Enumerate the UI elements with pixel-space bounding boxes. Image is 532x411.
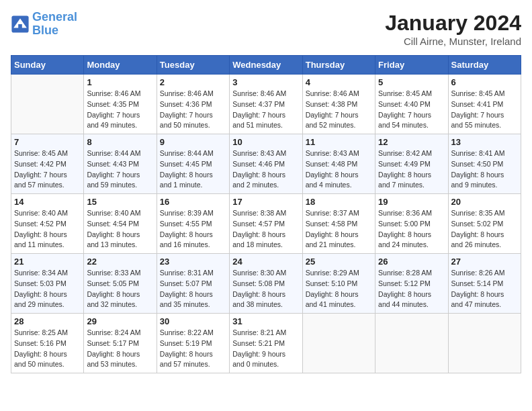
day-detail: Sunrise: 8:46 AM Sunset: 4:37 PM Dayligh…	[232, 89, 299, 131]
day-number: 6	[451, 77, 518, 87]
calendar-cell: 7Sunrise: 8:45 AM Sunset: 4:42 PM Daylig…	[11, 134, 84, 194]
calendar-cell: 30Sunrise: 8:22 AM Sunset: 5:19 PM Dayli…	[157, 314, 229, 373]
day-number: 11	[306, 137, 372, 147]
day-detail: Sunrise: 8:30 AM Sunset: 5:08 PM Dayligh…	[232, 268, 299, 310]
day-number: 30	[160, 316, 226, 326]
day-number: 21	[14, 257, 81, 267]
calendar-cell	[375, 314, 448, 373]
calendar-cell: 14Sunrise: 8:40 AM Sunset: 4:52 PM Dayli…	[11, 194, 84, 254]
calendar-cell: 2Sunrise: 8:46 AM Sunset: 4:36 PM Daylig…	[157, 75, 229, 134]
day-number: 22	[87, 257, 153, 267]
day-detail: Sunrise: 8:44 AM Sunset: 4:45 PM Dayligh…	[160, 148, 226, 191]
logo-icon	[11, 15, 30, 34]
logo-text: General Blue	[32, 11, 77, 38]
day-detail: Sunrise: 8:45 AM Sunset: 4:42 PM Dayligh…	[14, 148, 81, 191]
day-number: 16	[160, 197, 226, 207]
calendar-cell: 5Sunrise: 8:45 AM Sunset: 4:40 PM Daylig…	[375, 75, 448, 134]
calendar-cell: 8Sunrise: 8:44 AM Sunset: 4:43 PM Daylig…	[84, 134, 157, 194]
col-header-monday: Monday	[84, 56, 157, 75]
day-detail: Sunrise: 8:46 AM Sunset: 4:35 PM Dayligh…	[87, 89, 153, 131]
day-number: 2	[160, 77, 226, 87]
calendar-cell: 12Sunrise: 8:42 AM Sunset: 4:49 PM Dayli…	[375, 134, 448, 194]
day-number: 29	[87, 316, 153, 326]
calendar-week-1: 1Sunrise: 8:46 AM Sunset: 4:35 PM Daylig…	[11, 75, 521, 134]
day-detail: Sunrise: 8:25 AM Sunset: 5:16 PM Dayligh…	[14, 328, 81, 370]
day-detail: Sunrise: 8:38 AM Sunset: 4:57 PM Dayligh…	[232, 208, 299, 250]
day-number: 1	[87, 77, 153, 87]
day-detail: Sunrise: 8:29 AM Sunset: 5:10 PM Dayligh…	[306, 268, 372, 310]
calendar-cell: 17Sunrise: 8:38 AM Sunset: 4:57 PM Dayli…	[230, 194, 302, 254]
page-header: General Blue January 2024 Cill Airne, Mu…	[11, 11, 521, 47]
calendar-cell: 16Sunrise: 8:39 AM Sunset: 4:55 PM Dayli…	[157, 194, 229, 254]
day-number: 18	[306, 197, 372, 207]
day-detail: Sunrise: 8:45 AM Sunset: 4:41 PM Dayligh…	[451, 89, 518, 131]
day-number: 27	[451, 257, 518, 267]
day-detail: Sunrise: 8:31 AM Sunset: 5:07 PM Dayligh…	[160, 268, 226, 310]
day-detail: Sunrise: 8:35 AM Sunset: 5:02 PM Dayligh…	[451, 208, 518, 250]
calendar-cell: 23Sunrise: 8:31 AM Sunset: 5:07 PM Dayli…	[157, 254, 229, 314]
calendar-cell: 19Sunrise: 8:36 AM Sunset: 5:00 PM Dayli…	[375, 194, 448, 254]
day-number: 8	[87, 137, 153, 147]
calendar-cell	[448, 314, 521, 373]
col-header-thursday: Thursday	[302, 56, 375, 75]
col-header-sunday: Sunday	[11, 56, 84, 75]
day-detail: Sunrise: 8:28 AM Sunset: 5:12 PM Dayligh…	[378, 268, 445, 310]
day-number: 9	[160, 137, 226, 147]
page-title: January 2024	[385, 11, 521, 36]
day-detail: Sunrise: 8:40 AM Sunset: 4:54 PM Dayligh…	[87, 208, 153, 250]
day-number: 24	[232, 257, 299, 267]
day-detail: Sunrise: 8:43 AM Sunset: 4:46 PM Dayligh…	[232, 148, 299, 191]
day-detail: Sunrise: 8:41 AM Sunset: 4:50 PM Dayligh…	[451, 148, 518, 191]
calendar-cell: 4Sunrise: 8:46 AM Sunset: 4:38 PM Daylig…	[302, 75, 375, 134]
calendar-cell: 13Sunrise: 8:41 AM Sunset: 4:50 PM Dayli…	[448, 134, 521, 194]
day-number: 20	[451, 197, 518, 207]
day-number: 10	[232, 137, 299, 147]
calendar-cell: 24Sunrise: 8:30 AM Sunset: 5:08 PM Dayli…	[230, 254, 302, 314]
day-detail: Sunrise: 8:43 AM Sunset: 4:48 PM Dayligh…	[306, 148, 372, 191]
day-number: 23	[160, 257, 226, 267]
calendar-cell	[302, 314, 375, 373]
col-header-tuesday: Tuesday	[157, 56, 229, 75]
calendar-header-row: SundayMondayTuesdayWednesdayThursdayFrid…	[11, 56, 521, 75]
calendar-cell: 6Sunrise: 8:45 AM Sunset: 4:41 PM Daylig…	[448, 75, 521, 134]
calendar-cell: 22Sunrise: 8:33 AM Sunset: 5:05 PM Dayli…	[84, 254, 157, 314]
day-detail: Sunrise: 8:22 AM Sunset: 5:19 PM Dayligh…	[160, 328, 226, 370]
calendar-cell: 26Sunrise: 8:28 AM Sunset: 5:12 PM Dayli…	[375, 254, 448, 314]
calendar-cell: 3Sunrise: 8:46 AM Sunset: 4:37 PM Daylig…	[230, 75, 302, 134]
day-number: 5	[378, 77, 445, 87]
day-detail: Sunrise: 8:36 AM Sunset: 5:00 PM Dayligh…	[378, 208, 445, 250]
calendar-cell: 29Sunrise: 8:24 AM Sunset: 5:17 PM Dayli…	[84, 314, 157, 373]
calendar-cell: 31Sunrise: 8:21 AM Sunset: 5:21 PM Dayli…	[230, 314, 302, 373]
day-detail: Sunrise: 8:44 AM Sunset: 4:43 PM Dayligh…	[87, 148, 153, 191]
day-number: 31	[232, 316, 299, 326]
calendar-cell: 11Sunrise: 8:43 AM Sunset: 4:48 PM Dayli…	[302, 134, 375, 194]
calendar-week-4: 21Sunrise: 8:34 AM Sunset: 5:03 PM Dayli…	[11, 254, 521, 314]
day-number: 13	[451, 137, 518, 147]
day-detail: Sunrise: 8:45 AM Sunset: 4:40 PM Dayligh…	[378, 89, 445, 131]
logo: General Blue	[11, 11, 77, 38]
day-number: 17	[232, 197, 299, 207]
col-header-friday: Friday	[375, 56, 448, 75]
calendar-cell: 20Sunrise: 8:35 AM Sunset: 5:02 PM Dayli…	[448, 194, 521, 254]
day-number: 15	[87, 197, 153, 207]
logo-line2: Blue	[32, 24, 58, 37]
day-detail: Sunrise: 8:42 AM Sunset: 4:49 PM Dayligh…	[378, 148, 445, 191]
calendar-week-2: 7Sunrise: 8:45 AM Sunset: 4:42 PM Daylig…	[11, 134, 521, 194]
calendar-cell: 1Sunrise: 8:46 AM Sunset: 4:35 PM Daylig…	[84, 75, 157, 134]
day-number: 19	[378, 197, 445, 207]
day-detail: Sunrise: 8:46 AM Sunset: 4:36 PM Dayligh…	[160, 89, 226, 131]
day-detail: Sunrise: 8:37 AM Sunset: 4:58 PM Dayligh…	[306, 208, 372, 250]
day-number: 14	[14, 197, 81, 207]
calendar-cell: 10Sunrise: 8:43 AM Sunset: 4:46 PM Dayli…	[230, 134, 302, 194]
day-detail: Sunrise: 8:34 AM Sunset: 5:03 PM Dayligh…	[14, 268, 81, 310]
page-subtitle: Cill Airne, Munster, Ireland	[385, 36, 521, 47]
day-detail: Sunrise: 8:24 AM Sunset: 5:17 PM Dayligh…	[87, 328, 153, 370]
day-number: 26	[378, 257, 445, 267]
calendar-cell: 25Sunrise: 8:29 AM Sunset: 5:10 PM Dayli…	[302, 254, 375, 314]
day-detail: Sunrise: 8:46 AM Sunset: 4:38 PM Dayligh…	[306, 89, 372, 131]
calendar-cell: 21Sunrise: 8:34 AM Sunset: 5:03 PM Dayli…	[11, 254, 84, 314]
day-number: 28	[14, 316, 81, 326]
day-detail: Sunrise: 8:39 AM Sunset: 4:55 PM Dayligh…	[160, 208, 226, 250]
day-detail: Sunrise: 8:26 AM Sunset: 5:14 PM Dayligh…	[451, 268, 518, 310]
calendar-cell: 18Sunrise: 8:37 AM Sunset: 4:58 PM Dayli…	[302, 194, 375, 254]
